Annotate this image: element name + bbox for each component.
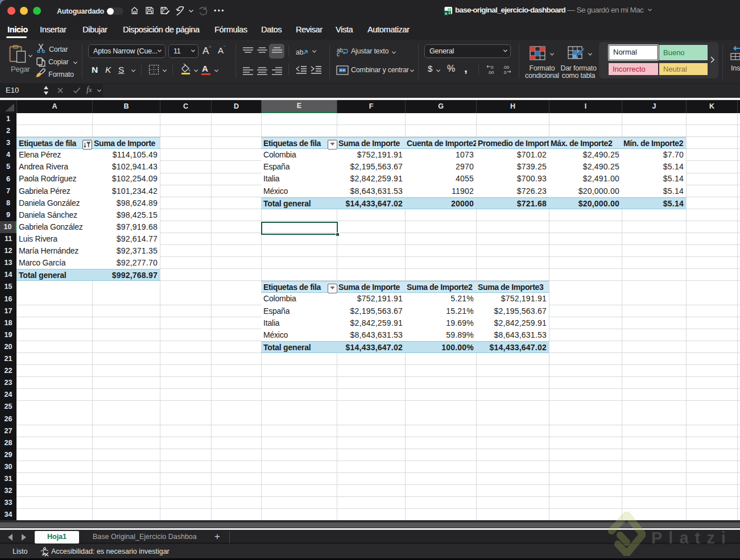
svg-text:c: c	[337, 51, 340, 56]
svg-text:ab: ab	[296, 48, 304, 56]
svg-text:0: 0	[504, 70, 507, 74]
svg-text:0: 0	[491, 65, 494, 70]
svg-text:.00: .00	[503, 65, 510, 70]
svg-text:.00: .00	[487, 70, 494, 74]
